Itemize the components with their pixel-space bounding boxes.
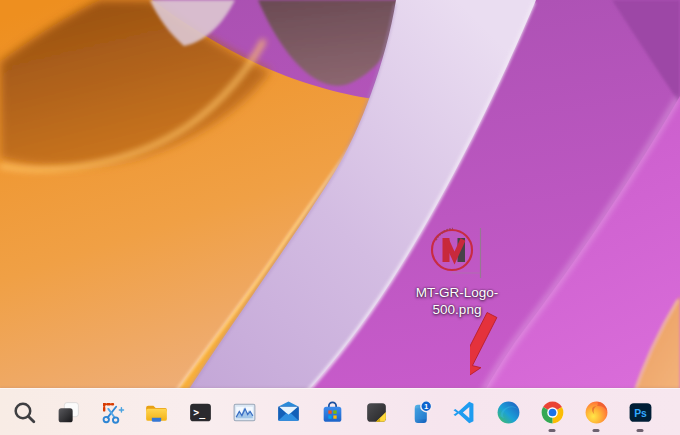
- snipping-tool-icon: [99, 399, 126, 426]
- taskbar-item-mail[interactable]: [268, 390, 308, 434]
- phone-link-icon: 1: [407, 399, 434, 426]
- wallpaper: [0, 0, 680, 435]
- taskbar-item-chrome[interactable]: [532, 390, 572, 434]
- taskbar-item-photoshop[interactable]: Ps: [620, 390, 660, 434]
- mail-icon: [275, 399, 302, 426]
- vscode-icon: [451, 399, 478, 426]
- task-view-icon: [55, 399, 82, 426]
- running-indicator: [549, 429, 556, 432]
- taskbar-item-terminal[interactable]: >_: [180, 390, 220, 434]
- file-explorer-icon: [143, 399, 170, 426]
- photoshop-icon: Ps: [627, 399, 654, 426]
- chrome-icon: [539, 399, 566, 426]
- svg-text:1: 1: [424, 402, 429, 411]
- taskbar-item-microsoft-store[interactable]: [312, 390, 352, 434]
- sticky-notes-icon: [363, 399, 390, 426]
- taskbar-item-task-view[interactable]: [48, 390, 88, 434]
- taskbar-item-firefox[interactable]: [576, 390, 616, 434]
- running-indicator: [637, 429, 644, 432]
- microsoft-store-icon: [319, 399, 346, 426]
- file-thumbnail-logo: [428, 224, 486, 282]
- firefox-icon: [583, 399, 610, 426]
- svg-text:Ps: Ps: [634, 407, 647, 418]
- taskbar-item-edge[interactable]: [488, 390, 528, 434]
- search-icon: [11, 399, 38, 426]
- file-name-line1: MT-GR-Logo-: [416, 285, 499, 300]
- desktop: MT-GR-Logo- 500.png >_: [0, 0, 680, 435]
- taskbar-item-snipping-tool[interactable]: [92, 390, 132, 434]
- taskbar-item-vscode[interactable]: [444, 390, 484, 434]
- taskbar-item-sticky-notes[interactable]: [356, 390, 396, 434]
- taskbar-item-phone-link[interactable]: 1: [400, 390, 440, 434]
- taskbar-item-file-explorer[interactable]: [136, 390, 176, 434]
- edge-icon: [495, 399, 522, 426]
- file-name-line2: 500.png: [433, 302, 482, 317]
- taskbar-item-search[interactable]: [4, 390, 44, 434]
- task-manager-icon: [231, 399, 258, 426]
- running-indicator: [593, 429, 600, 432]
- taskbar: >_ 1: [0, 388, 680, 435]
- terminal-icon: >_: [187, 399, 214, 426]
- svg-text:>_: >_: [193, 406, 205, 418]
- file-name-label: MT-GR-Logo- 500.png: [416, 284, 499, 318]
- desktop-file-mt-gr-logo[interactable]: MT-GR-Logo- 500.png: [397, 224, 517, 318]
- taskbar-item-task-manager[interactable]: [224, 390, 264, 434]
